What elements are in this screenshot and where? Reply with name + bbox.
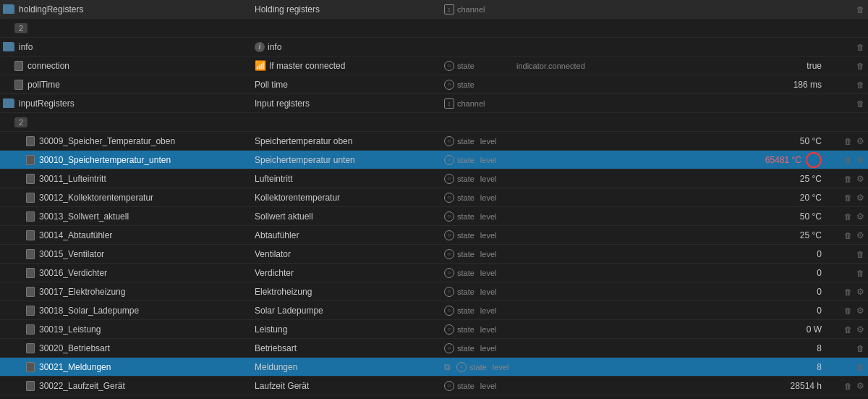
label-column: Verdichter	[249, 268, 444, 278]
value-text: 0	[817, 306, 822, 316]
actions-column: 🗑	[827, 80, 865, 90]
item-name: 30015_Ventilator	[39, 249, 104, 259]
label-column: Lufteintritt	[249, 174, 444, 184]
name-column: 30021_Meldungen	[3, 362, 249, 372]
list-item[interactable]: 30012_KollektorentemperaturKollektorente…	[0, 188, 868, 207]
name-column: 2	[3, 117, 249, 127]
name-column: 30009_Speicher_Temperatur_oben	[3, 136, 249, 146]
trash-icon[interactable]: 🗑	[855, 343, 865, 353]
extra-column: indicator.connected	[516, 62, 610, 70]
value-wrapper: 0	[610, 287, 827, 297]
list-item[interactable]: 30009_Speicher_Temperatur_obenSpeicherte…	[0, 132, 868, 151]
gear-icon[interactable]: ⚙	[855, 381, 865, 391]
list-item[interactable]: 30017_ElektroheizungElektroheizung○state…	[0, 282, 868, 301]
trash-icon[interactable]: 🗑	[855, 249, 865, 259]
list-item[interactable]: 30013_Sollwert_aktuellSollwert aktuell○s…	[0, 207, 868, 226]
value-text: 28514 h	[791, 381, 822, 391]
actions-column: 🗑	[827, 61, 865, 71]
state-icon: ○	[444, 80, 454, 90]
gear-icon[interactable]: ⚙	[855, 324, 865, 335]
value-wrapper: 8	[610, 343, 827, 353]
gear-icon[interactable]: ⚙	[855, 306, 865, 316]
list-item[interactable]: 30010_Speichertemperatur_untenSpeicherte…	[0, 151, 868, 169]
list-item[interactable]: holdingRegistersHolding registers↕channe…	[0, 0, 868, 19]
gear-icon[interactable]: ⚙	[855, 230, 865, 240]
label-column: Elektroheizung	[249, 287, 444, 297]
trash-icon[interactable]: 🗑	[843, 306, 853, 316]
file-icon	[26, 211, 35, 222]
channel-icon: ↕	[444, 98, 454, 109]
list-item[interactable]: 30011_LufteintrittLufteintritt○stateleve…	[0, 169, 868, 188]
type-column: ○statelevel	[444, 268, 516, 278]
actions-column: 🗑	[827, 42, 865, 52]
label-column: iinfo	[249, 41, 444, 52]
list-item[interactable]: 30023_Laufzeit_VentilatorLaufzeit Ventil…	[0, 395, 868, 399]
gear-icon[interactable]: ⚙	[855, 287, 865, 297]
trash-icon[interactable]: 🗑	[855, 80, 865, 90]
state-icon: ○	[444, 381, 454, 391]
list-item[interactable]: 30021_MeldungenMeldungen⧉○statelevel8🗑	[0, 358, 868, 377]
type-column: ○statelevel	[444, 193, 516, 203]
list-item[interactable]: 2	[0, 113, 868, 132]
gear-icon[interactable]: ⚙	[855, 211, 865, 222]
gear-icon[interactable]: ⚙	[855, 174, 865, 184]
value-wrapper: 0	[610, 268, 827, 278]
list-item[interactable]: 30014_AbtaufühlerAbtaufühler○statelevel2…	[0, 226, 868, 245]
value-text: 8	[817, 343, 822, 353]
list-item[interactable]: inputRegistersInput registers↕channel🗑	[0, 94, 868, 113]
copy-icon[interactable]: ⧉	[444, 362, 451, 372]
list-item[interactable]: 30018_Solar_LadepumpeSolar Ladepumpe○sta…	[0, 301, 868, 320]
value-text: 25 °C	[800, 230, 822, 240]
trash-icon[interactable]: 🗑	[855, 61, 865, 71]
list-item[interactable]: pollTimePoll time○state186 ms🗑	[0, 75, 868, 94]
list-item[interactable]: infoiinfo🗑	[0, 38, 868, 56]
value-text: 50 °C	[800, 136, 822, 146]
gear-icon[interactable]: ⚙	[855, 136, 865, 146]
trash-icon[interactable]: 🗑	[843, 211, 853, 222]
state-icon: ○	[444, 306, 454, 316]
trash-icon[interactable]: 🗑	[843, 136, 853, 146]
value-wrapper: true	[610, 61, 827, 71]
type-column: ○statelevel	[444, 211, 516, 222]
actions-column: 🗑⚙	[827, 287, 865, 297]
file-icon	[14, 80, 23, 90]
list-item[interactable]: 30022_Laufzeit_GerätLaufzeit Gerät○state…	[0, 377, 868, 395]
actions-column: 🗑⚙	[827, 136, 865, 146]
name-column: 30022_Laufzeit_Gerät	[3, 381, 249, 391]
trash-icon[interactable]: 🗑	[855, 268, 865, 278]
item-name: info	[19, 42, 33, 52]
trash-icon[interactable]: 🗑	[843, 381, 853, 391]
trash-icon[interactable]: 🗑	[843, 230, 853, 240]
gear-icon[interactable]: ⚙	[855, 155, 865, 165]
list-item[interactable]: connection📶If master connected○stateindi…	[0, 56, 868, 75]
trash-icon[interactable]: 🗑	[843, 174, 853, 184]
trash-icon[interactable]: 🗑	[843, 193, 853, 203]
gear-icon[interactable]: ⚙	[855, 193, 865, 203]
label-column: Leistung	[249, 324, 444, 335]
item-name: 30018_Solar_Ladepumpe	[39, 306, 139, 316]
trash-icon[interactable]: 🗑	[855, 42, 865, 52]
name-column: 30011_Lufteintritt	[3, 174, 249, 184]
trash-icon[interactable]: 🗑	[855, 98, 865, 109]
state-icon: ○	[444, 211, 454, 222]
state-icon: ○	[444, 268, 454, 278]
state-icon: ○	[444, 249, 454, 259]
name-column: 30014_Abtaufühler	[3, 230, 249, 240]
list-item[interactable]: 30016_VerdichterVerdichter○statelevel0🗑	[0, 264, 868, 282]
trash-icon[interactable]: 🗑	[855, 4, 865, 14]
list-item[interactable]: 2	[0, 19, 868, 38]
actions-column: 🗑	[827, 249, 865, 259]
list-item[interactable]: 30015_VentilatorVentilator○statelevel0🗑	[0, 245, 868, 264]
actions-column: 🗑	[827, 362, 865, 372]
folder-icon	[3, 42, 14, 51]
list-item[interactable]: 30020_BetriebsartBetriebsart○statelevel8…	[0, 339, 868, 358]
trash-icon[interactable]: 🗑	[855, 362, 865, 372]
trash-icon[interactable]: 🗑	[843, 324, 853, 335]
file-icon	[26, 268, 35, 278]
actions-column: 🗑⚙	[827, 193, 865, 203]
trash-icon[interactable]: 🗑	[843, 287, 853, 297]
list-item[interactable]: 30019_LeistungLeistung○statelevel0 W🗑⚙	[0, 320, 868, 339]
value-wrapper: 186 ms	[610, 80, 827, 90]
trash-icon[interactable]: 🗑	[843, 155, 853, 165]
actions-column: 🗑	[827, 98, 865, 109]
